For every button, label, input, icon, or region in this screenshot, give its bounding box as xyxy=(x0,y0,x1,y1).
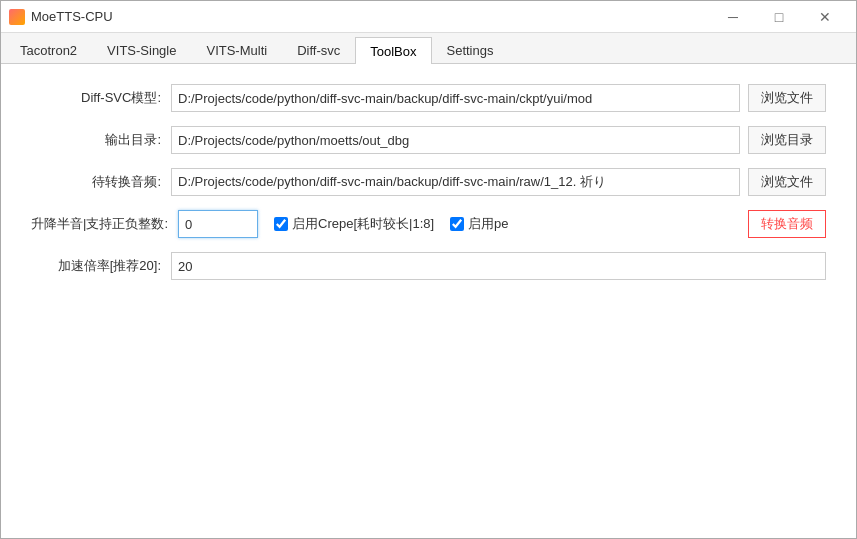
speed-row: 加速倍率[推荐20]: xyxy=(31,252,826,280)
output-input-group: 浏览目录 xyxy=(171,126,826,154)
audio-browse-button[interactable]: 浏览文件 xyxy=(748,168,826,196)
main-window: MoeTTS-CPU ─ □ ✕ Tacotron2 VITS-Single V… xyxy=(0,0,857,539)
close-button[interactable]: ✕ xyxy=(802,1,848,33)
output-row: 输出目录: 浏览目录 xyxy=(31,126,826,154)
model-row: Diff-SVC模型: 浏览文件 xyxy=(31,84,826,112)
crepe-checkbox[interactable] xyxy=(274,217,288,231)
audio-row: 待转换音频: 浏览文件 xyxy=(31,168,826,196)
pitch-label: 升降半音|支持正负整数: xyxy=(31,215,178,233)
tab-bar: Tacotron2 VITS-Single VITS-Multi Diff-sv… xyxy=(1,33,856,64)
pe-checkbox-item[interactable]: 启用pe xyxy=(450,215,508,233)
tab-settings[interactable]: Settings xyxy=(432,37,509,63)
model-label: Diff-SVC模型: xyxy=(31,89,171,107)
model-input-group: 浏览文件 xyxy=(171,84,826,112)
tab-diff-svc[interactable]: Diff-svc xyxy=(282,37,355,63)
options-group: 启用Crepe[耗时较长|1:8] 启用pe xyxy=(274,215,740,233)
title-bar: MoeTTS-CPU ─ □ ✕ xyxy=(1,1,856,33)
tab-toolbox[interactable]: ToolBox xyxy=(355,37,431,64)
output-browse-button[interactable]: 浏览目录 xyxy=(748,126,826,154)
model-browse-button[interactable]: 浏览文件 xyxy=(748,84,826,112)
speed-input[interactable] xyxy=(171,252,826,280)
app-icon xyxy=(9,9,25,25)
minimize-button[interactable]: ─ xyxy=(710,1,756,33)
audio-input[interactable] xyxy=(171,168,740,196)
speed-label: 加速倍率[推荐20]: xyxy=(31,257,171,275)
convert-button[interactable]: 转换音频 xyxy=(748,210,826,238)
tab-tacotron2[interactable]: Tacotron2 xyxy=(5,37,92,63)
crepe-checkbox-item[interactable]: 启用Crepe[耗时较长|1:8] xyxy=(274,215,434,233)
model-input[interactable] xyxy=(171,84,740,112)
audio-label: 待转换音频: xyxy=(31,173,171,191)
pitch-row: 升降半音|支持正负整数: 启用Crepe[耗时较长|1:8] 启用pe 转换音频 xyxy=(31,210,826,238)
audio-input-group: 浏览文件 xyxy=(171,168,826,196)
pe-checkbox[interactable] xyxy=(450,217,464,231)
tab-vits-multi[interactable]: VITS-Multi xyxy=(191,37,282,63)
crepe-label: 启用Crepe[耗时较长|1:8] xyxy=(292,215,434,233)
content-area: Diff-SVC模型: 浏览文件 输出目录: 浏览目录 待转换音频: 浏览文件 … xyxy=(1,64,856,538)
window-title: MoeTTS-CPU xyxy=(31,9,710,24)
output-input[interactable] xyxy=(171,126,740,154)
tab-vits-single[interactable]: VITS-Single xyxy=(92,37,191,63)
maximize-button[interactable]: □ xyxy=(756,1,802,33)
pe-label: 启用pe xyxy=(468,215,508,233)
window-controls: ─ □ ✕ xyxy=(710,1,848,33)
output-label: 输出目录: xyxy=(31,131,171,149)
pitch-input[interactable] xyxy=(178,210,258,238)
